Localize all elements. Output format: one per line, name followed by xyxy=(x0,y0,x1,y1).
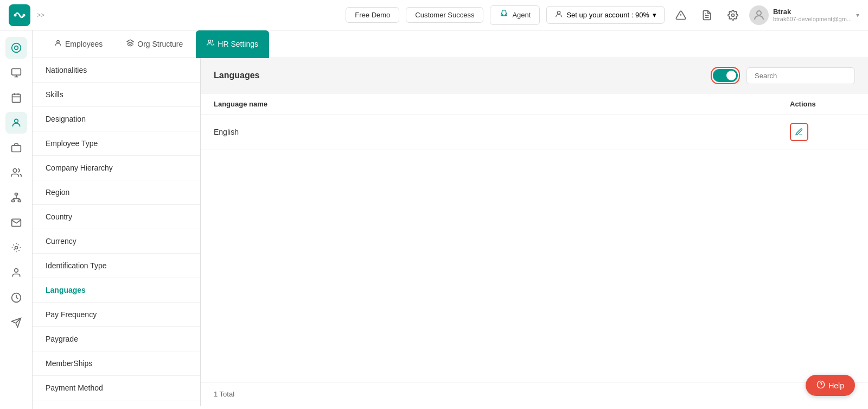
svg-point-4 xyxy=(506,14,507,15)
svg-point-23 xyxy=(13,169,17,173)
menu-item-company-hierarchy[interactable]: Company Hierarchy xyxy=(33,156,200,180)
menu-item-region[interactable]: Region xyxy=(33,180,200,205)
menu-item-pay-frequency[interactable]: Pay Frequency xyxy=(33,303,200,327)
sidebar-item-briefcase[interactable] xyxy=(5,137,27,159)
document-icon-button[interactable] xyxy=(697,5,717,25)
customer-success-button[interactable]: Customer Success xyxy=(406,7,483,23)
menu-item-country[interactable]: Country xyxy=(33,205,200,229)
menu-item-nationalities[interactable]: Nationalities xyxy=(33,58,200,83)
left-menu: Nationalities Skills Designation Employe… xyxy=(33,58,201,406)
menu-item-payment-method[interactable]: Payment Method xyxy=(33,376,200,400)
menu-item-memberships[interactable]: MemberShips xyxy=(33,351,200,376)
svg-point-10 xyxy=(731,14,734,16)
sidebar-item-people[interactable] xyxy=(5,112,27,134)
sidebar-item-send[interactable] xyxy=(5,312,27,334)
topnav-chevron[interactable]: >> xyxy=(37,11,44,19)
menu-item-identification-type[interactable]: Identification Type xyxy=(33,254,200,278)
sidebar-item-contacts[interactable] xyxy=(5,162,27,184)
tab-org-structure[interactable]: Org Structure xyxy=(116,30,194,58)
employees-tab-icon xyxy=(54,39,62,48)
people-icon-small xyxy=(554,10,563,20)
svg-rect-14 xyxy=(11,69,21,75)
language-name-cell: English xyxy=(214,128,790,136)
menu-item-designation[interactable]: Designation xyxy=(33,107,200,131)
help-label: Help xyxy=(828,381,844,390)
tab-hr-settings[interactable]: HR Settings xyxy=(196,30,269,58)
table-footer: 1 Total xyxy=(201,382,868,406)
app-logo xyxy=(9,4,30,26)
svg-point-21 xyxy=(14,119,18,123)
content-body: Nationalities Skills Designation Employe… xyxy=(33,58,868,406)
sidebar-item-settings[interactable] xyxy=(5,237,27,259)
svg-point-2 xyxy=(23,14,25,16)
svg-rect-22 xyxy=(11,146,21,152)
svg-point-36 xyxy=(57,40,60,43)
user-chevron-icon: ▾ xyxy=(856,11,859,19)
sidebar-item-clock[interactable] xyxy=(5,287,27,309)
action-cell xyxy=(790,123,855,141)
help-icon xyxy=(816,380,825,391)
svg-point-5 xyxy=(558,11,560,14)
setup-label: Set up your account : 90% xyxy=(566,11,649,19)
svg-point-37 xyxy=(208,40,211,43)
alert-icon-button[interactable] xyxy=(671,5,691,25)
avatar xyxy=(749,5,769,25)
menu-item-paygrade[interactable]: Paygrade xyxy=(33,327,200,351)
svg-point-13 xyxy=(14,46,18,50)
table-row: English xyxy=(201,115,868,149)
svg-point-32 xyxy=(14,269,18,273)
menu-item-languages[interactable]: Languages xyxy=(33,278,200,303)
svg-point-12 xyxy=(11,43,21,53)
org-tab-icon xyxy=(126,39,134,48)
tab-employees[interactable]: Employees xyxy=(43,30,113,58)
hr-tab-icon xyxy=(207,39,214,48)
right-content: Languages Language name Actions English xyxy=(201,58,868,406)
languages-title: Languages xyxy=(214,71,704,80)
tab-hr-settings-label: HR Settings xyxy=(218,40,258,48)
svg-rect-25 xyxy=(11,200,14,202)
setup-chevron-icon: ▾ xyxy=(653,11,656,19)
languages-panel: Languages Language name Actions English xyxy=(201,58,868,406)
svg-rect-17 xyxy=(12,94,20,102)
user-email: btrak607-development@gm... xyxy=(773,16,852,22)
gear-icon-button[interactable] xyxy=(723,5,743,25)
svg-point-1 xyxy=(14,14,17,16)
menu-item-skills[interactable]: Skills xyxy=(33,83,200,107)
sidebar-item-calendar[interactable] xyxy=(5,87,27,109)
col-header-language-name: Language name xyxy=(214,100,790,108)
user-name: Btrak xyxy=(773,8,852,16)
sidebar-item-dashboard[interactable] xyxy=(5,37,27,59)
col-header-actions: Actions xyxy=(790,100,855,108)
sidebar-item-tv[interactable] xyxy=(5,62,27,84)
sidebar-item-mail[interactable] xyxy=(5,212,27,234)
agent-button[interactable]: Agent xyxy=(490,5,540,25)
svg-point-11 xyxy=(757,11,761,15)
help-button[interactable]: Help xyxy=(806,375,855,396)
menu-item-employee-type[interactable]: Employee Type xyxy=(33,131,200,156)
free-demo-button[interactable]: Free Demo xyxy=(346,7,399,23)
tab-org-structure-label: Org Structure xyxy=(137,40,183,48)
search-input[interactable] xyxy=(746,67,855,84)
agent-label: Agent xyxy=(512,11,531,19)
menu-item-reporting-methods[interactable]: Reporting Methods xyxy=(33,400,200,406)
left-sidebar xyxy=(0,30,33,409)
main-content: Employees Org Structure HR xyxy=(33,30,868,409)
toggle-switch[interactable] xyxy=(713,69,738,82)
total-count: 1 Total xyxy=(214,390,234,398)
user-menu[interactable]: Btrak btrak607-development@gm... ▾ xyxy=(749,5,859,25)
subtabs: Employees Org Structure HR xyxy=(33,30,868,58)
setup-button[interactable]: Set up your account : 90% ▾ xyxy=(546,6,664,24)
svg-point-3 xyxy=(502,14,503,15)
sidebar-item-org[interactable] xyxy=(5,187,27,209)
svg-point-31 xyxy=(15,247,17,249)
languages-header: Languages xyxy=(201,58,868,93)
svg-rect-24 xyxy=(15,193,17,195)
sidebar-item-user2[interactable] xyxy=(5,262,27,284)
svg-rect-26 xyxy=(18,200,21,202)
edit-action-button[interactable] xyxy=(790,123,808,141)
table-header: Language name Actions xyxy=(201,93,868,115)
toggle-container[interactable] xyxy=(711,67,740,84)
agent-icon xyxy=(499,9,509,21)
tab-employees-label: Employees xyxy=(65,40,103,48)
menu-item-currency[interactable]: Currency xyxy=(33,229,200,254)
